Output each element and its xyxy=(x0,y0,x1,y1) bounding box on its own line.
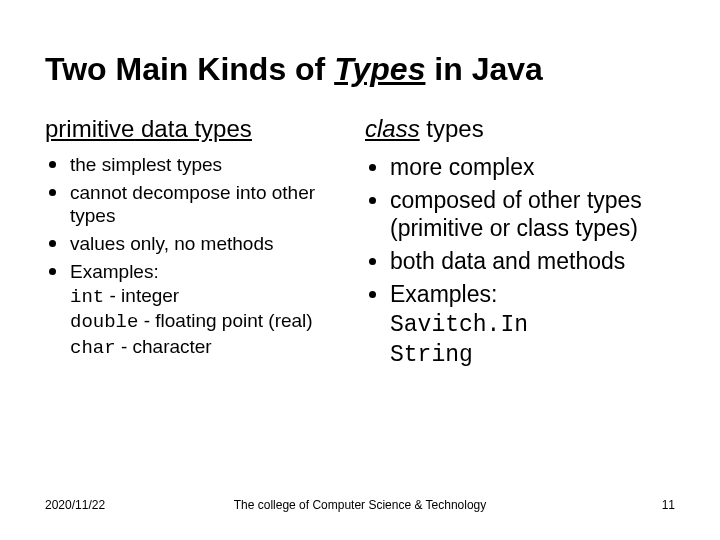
bullet-icon xyxy=(369,291,376,298)
right-heading-rest: types xyxy=(420,115,484,142)
list-item: Examples: Savitch.In String xyxy=(369,280,675,370)
list-item: both data and methods xyxy=(369,247,675,276)
right-heading: class types xyxy=(365,116,675,142)
item-text: values only, no methods xyxy=(70,232,345,256)
left-column: primitive data types the simplest types … xyxy=(45,116,345,374)
item-examples: Examples: Savitch.In String xyxy=(390,280,675,370)
bullet-icon xyxy=(369,197,376,204)
list-item: more complex xyxy=(369,153,675,182)
list-item: values only, no methods xyxy=(49,232,345,256)
title-post: in Java xyxy=(425,51,542,87)
left-heading-rest: data types xyxy=(134,115,251,142)
code-char: char xyxy=(70,337,116,359)
right-list: more complex composed of other types (pr… xyxy=(365,153,675,370)
desc-char: - character xyxy=(116,336,212,357)
slide: Two Main Kinds of Types in Java primitiv… xyxy=(0,0,720,540)
left-heading: primitive data types xyxy=(45,116,345,142)
list-item: composed of other types (primitive or cl… xyxy=(369,186,675,244)
list-item: cannot decompose into other types xyxy=(49,181,345,229)
examples-label: Examples: xyxy=(70,261,159,282)
bullet-icon xyxy=(49,189,56,196)
list-item: the simplest types xyxy=(49,153,345,177)
title-pre: Two Main Kinds of xyxy=(45,51,334,87)
slide-title: Two Main Kinds of Types in Java xyxy=(45,50,675,88)
item-text: more complex xyxy=(390,153,675,182)
right-column: class types more complex composed of oth… xyxy=(365,116,675,374)
title-italic: Types xyxy=(334,51,425,87)
bullet-icon xyxy=(369,258,376,265)
bullet-icon xyxy=(49,161,56,168)
footer-date: 2020/11/22 xyxy=(45,498,105,512)
item-text: cannot decompose into other types xyxy=(70,181,345,229)
code-int: int xyxy=(70,286,104,308)
columns: primitive data types the simplest types … xyxy=(45,116,675,374)
code-double: double xyxy=(70,311,138,333)
footer-page: 11 xyxy=(662,498,675,512)
desc-int: - integer xyxy=(104,285,179,306)
bullet-icon xyxy=(49,240,56,247)
examples-label: Examples: xyxy=(390,281,497,307)
bullet-icon xyxy=(49,268,56,275)
left-heading-underline: primitive xyxy=(45,115,134,142)
code-savitch: Savitch.In xyxy=(390,312,528,338)
list-item: Examples: int - integer double - floatin… xyxy=(49,260,345,361)
desc-double: - floating point (real) xyxy=(138,310,312,331)
code-string: String xyxy=(390,342,473,368)
item-text: the simplest types xyxy=(70,153,345,177)
footer: 2020/11/22 The college of Computer Scien… xyxy=(0,498,720,512)
left-list: the simplest types cannot decompose into… xyxy=(45,153,345,361)
item-text: both data and methods xyxy=(390,247,675,276)
right-heading-italic: class xyxy=(365,115,420,142)
item-text: composed of other types (primitive or cl… xyxy=(390,186,675,244)
item-examples: Examples: int - integer double - floatin… xyxy=(70,260,345,361)
bullet-icon xyxy=(369,164,376,171)
footer-center: The college of Computer Science & Techno… xyxy=(234,498,487,512)
